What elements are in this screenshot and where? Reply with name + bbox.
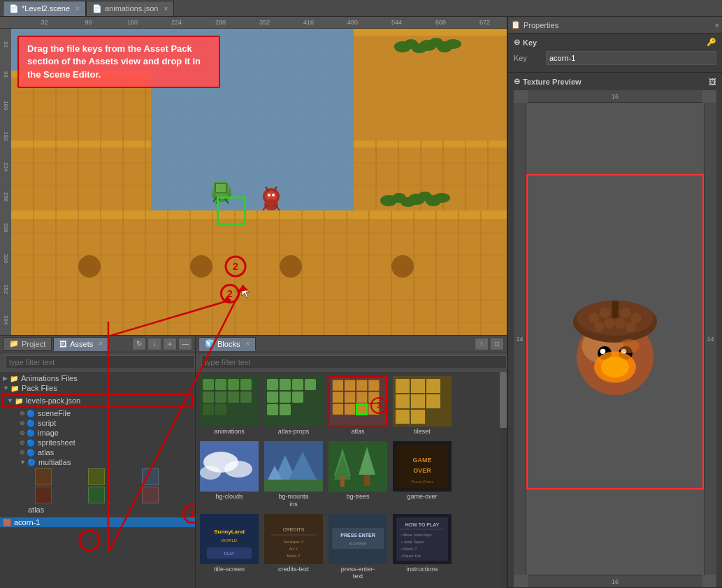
svg-rect-133 xyxy=(345,404,355,415)
tree-scene-file[interactable]: ⊕ 🔵 sceneFile xyxy=(17,408,195,418)
tree-animations-files[interactable]: ▶ 📁 Animations Files xyxy=(0,373,195,383)
svg-rect-89 xyxy=(216,184,226,192)
asset-bg-trees[interactable]: bg-trees xyxy=(327,440,389,510)
blocks-maximize-btn[interactable]: □ xyxy=(490,338,504,350)
scene-tab[interactable]: 📄 *Level2.scene × xyxy=(3,1,86,16)
import-btn[interactable]: ↓ xyxy=(147,338,161,350)
blocks-assets-panel: 🧊 Blocks × ↑ □ xyxy=(196,336,507,588)
properties-tab[interactable]: 📋 Properties xyxy=(511,20,558,29)
scrollbar-thumb[interactable] xyxy=(500,372,507,428)
svg-rect-116 xyxy=(292,379,303,390)
svg-point-196 xyxy=(600,308,610,318)
svg-point-148 xyxy=(224,461,252,478)
anim-tab-label: animations.json xyxy=(105,4,158,13)
tab-project[interactable]: 📁 Project xyxy=(3,337,52,351)
ruler-mark-2: 160 xyxy=(110,19,154,26)
multiatlas-icon-5 xyxy=(88,487,105,503)
ruler-mark-0: 32 xyxy=(22,19,66,26)
search-input[interactable] xyxy=(6,355,195,369)
anim-tab[interactable]: 📄 animations.json × xyxy=(86,1,174,16)
svg-rect-139 xyxy=(411,379,425,393)
asset-tileset[interactable]: tileset xyxy=(391,375,453,437)
tab-blocks[interactable]: 🧊 Blocks × xyxy=(198,337,256,351)
expand-animations: ▶ xyxy=(3,375,8,382)
scene-canvas[interactable]: 32 96 160 192 224 256 288 320 352 384 xyxy=(0,29,507,335)
svg-point-198 xyxy=(621,308,631,318)
anim-tab-close[interactable]: × xyxy=(164,5,168,13)
texture-ruler-top: 16 xyxy=(528,90,702,103)
svg-rect-143 xyxy=(426,394,440,408)
svg-text:• Move: Arrow Keys: • Move: Arrow Keys xyxy=(401,533,432,537)
asset-atlas[interactable]: atlas 3 xyxy=(327,375,389,437)
tree-acorn-selected[interactable]: 🟫 acorn-1 xyxy=(0,517,195,527)
ruler-left-value: 14 xyxy=(516,336,523,343)
svg-rect-34 xyxy=(11,141,151,210)
asset-press-enter-text[interactable]: PRESS ENTER to continue press-enter-text xyxy=(327,512,389,582)
tree-spritesheet[interactable]: ⊕ 🔵 spritesheet xyxy=(17,438,195,447)
svg-point-79 xyxy=(433,193,450,203)
multiatlas-label: multiatlas xyxy=(38,458,71,466)
blocks-up-btn[interactable]: ↑ xyxy=(475,338,489,350)
svg-rect-109 xyxy=(228,392,239,403)
asset-animations[interactable]: animations xyxy=(198,375,260,437)
horizontal-ruler: 32 96 160 224 288 352 416 480 544 608 67… xyxy=(0,17,507,29)
scene-tab-close[interactable]: × xyxy=(75,5,80,13)
svg-point-211 xyxy=(601,357,629,378)
collapse-btn[interactable]: — xyxy=(178,338,192,350)
tree-atlas[interactable]: ⊕ 🔵 atlas xyxy=(17,447,195,457)
scene-tab-label: *Level2.scene xyxy=(22,4,70,13)
key-field-input[interactable] xyxy=(546,51,716,65)
assets-scroll-area: animations xyxy=(196,372,507,588)
scene-file-label: sceneFile xyxy=(38,409,71,417)
assets-scrollbar[interactable] xyxy=(500,372,507,588)
asset-grid-container[interactable]: animations xyxy=(196,372,507,587)
vertical-ruler: 32 96 160 192 224 256 288 320 352 384 xyxy=(0,29,11,335)
tree-script[interactable]: ⊕ 🔵 script xyxy=(17,418,195,428)
blocks-tab-close[interactable]: × xyxy=(245,340,250,347)
tree-image[interactable]: ⊕ 🔵 image xyxy=(17,428,195,438)
ruler-v-mark-4: 224 xyxy=(0,151,11,182)
asset-bg-clouds-label: bg-clouds xyxy=(215,493,243,501)
multiatlas-items xyxy=(34,467,195,505)
tab-assets[interactable]: 🖼 Assets × xyxy=(53,337,109,351)
svg-rect-134 xyxy=(356,404,367,415)
add-btn[interactable]: ＋ xyxy=(163,338,177,350)
svg-rect-105 xyxy=(228,379,239,390)
asset-instructions[interactable]: HOW TO PLAY • Move: Arrow Keys • Jump: S… xyxy=(391,512,453,582)
bottom-panels: 📁 Project 🖼 Assets × ↻ ↓ ＋ — xyxy=(0,335,507,588)
svg-rect-122 xyxy=(280,404,291,415)
asset-press-enter-text-label: press-enter-text xyxy=(341,566,375,581)
multiatlas-icon-1 xyxy=(35,468,52,485)
key-collapse-icon[interactable]: ⊖ xyxy=(514,38,520,47)
asset-title-screen[interactable]: SunnyLand WORLD PLAY title-screen xyxy=(198,512,260,582)
ruler-mark-3: 224 xyxy=(154,19,198,26)
asset-bg-mountains[interactable]: bg-mountains xyxy=(263,440,324,510)
svg-rect-132 xyxy=(333,404,343,415)
svg-rect-145 xyxy=(411,410,425,424)
tree-pack-files[interactable]: ▼ 📁 Pack Files xyxy=(0,383,195,393)
key-title-label: Key xyxy=(523,38,537,47)
tree-multiatlas[interactable]: ▼ 🔵 multiatlas xyxy=(17,457,195,467)
asset-credits-text[interactable]: CREDITS Developer: X Art: Y Music: Z cre… xyxy=(263,512,324,582)
svg-text:WORLD: WORLD xyxy=(222,538,238,543)
blocks-search-input[interactable] xyxy=(201,355,507,369)
asset-bg-clouds[interactable]: bg-clouds xyxy=(198,440,260,510)
ruler-v-mark-9: 384 xyxy=(0,304,11,335)
asset-game-over[interactable]: GAME OVER Press Enter game-over xyxy=(391,440,453,510)
assets-tab-close[interactable]: × xyxy=(99,340,103,347)
texture-collapse-icon[interactable]: ⊖ xyxy=(514,77,520,86)
tree-levels-pack[interactable]: ▼ 📁 levels-pack.json xyxy=(1,394,194,408)
texture-preview-section: ⊖ Texture Preview 🖼 16 16 14 xyxy=(508,73,722,588)
properties-tab-close[interactable]: × xyxy=(715,21,719,29)
ruler-top-value: 16 xyxy=(612,93,619,100)
refresh-btn[interactable]: ↻ xyxy=(132,338,146,350)
svg-point-199 xyxy=(631,313,642,323)
main-tab-bar: 📄 *Level2.scene × 📄 animations.json × xyxy=(0,0,722,17)
ruler-mark-6: 416 xyxy=(287,19,331,26)
asset-bg-trees-label: bg-trees xyxy=(346,493,369,501)
asset-atlas-props[interactable]: atlas-props xyxy=(263,375,324,437)
project-tab-bar: 📁 Project 🖼 Assets × ↻ ↓ ＋ — xyxy=(0,336,195,352)
tree-atlas-sub[interactable]: atlas xyxy=(25,505,195,515)
texture-ruler-right: 14 xyxy=(704,103,716,575)
ruler-v-mark-5: 256 xyxy=(0,182,11,213)
